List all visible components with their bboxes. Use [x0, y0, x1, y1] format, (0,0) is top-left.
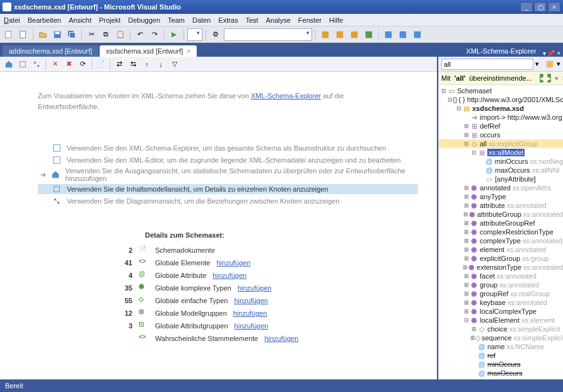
- add-link[interactable]: hinzufügen: [234, 297, 268, 304]
- tree-node[interactable]: ⊞ ⬣ localComplexType: [439, 307, 563, 316]
- tree-toggle[interactable]: ⊞: [463, 202, 470, 209]
- tree-toggle[interactable]: ⊟: [463, 141, 470, 147]
- tree-toggle[interactable]: ⊟: [463, 317, 470, 323]
- next-result-button[interactable]: ▶: [547, 74, 551, 83]
- tb-ext-7[interactable]: [411, 28, 424, 41]
- tree-toggle[interactable]: ⊞: [463, 193, 470, 200]
- pin-icon[interactable]: ▾ 📌 ×: [543, 50, 560, 57]
- tree-node[interactable]: ▭ [anyAttribute]: [439, 175, 563, 183]
- tree-node[interactable]: ⊟ {} { } http://www.w3.org/2001/XMLSchem…: [439, 95, 563, 104]
- tree-toggle[interactable]: ⊞: [463, 185, 470, 191]
- tree-toggle[interactable]: ⊟: [440, 88, 447, 94]
- tree-toggle[interactable]: ⊞: [463, 246, 470, 253]
- save-all-button[interactable]: [66, 28, 78, 41]
- tb-ext-2[interactable]: [334, 28, 346, 41]
- refresh-button[interactable]: ⟳: [76, 58, 89, 71]
- tree-node[interactable]: @ minOccursxs:nonNeg: [439, 157, 563, 166]
- tree-toggle[interactable]: ⊞: [463, 132, 470, 138]
- tree-node[interactable]: ⊞ ⊞ occurs: [439, 130, 563, 139]
- tb-ext-4[interactable]: [363, 28, 375, 41]
- tree-node[interactable]: ⊞ ⬣ attributeGroupxs:annotated: [439, 210, 563, 219]
- zoom-ltr-button[interactable]: ⇄: [113, 58, 125, 71]
- task-explorer[interactable]: Verwenden Sie den XML-Schema-Explorer, u…: [38, 143, 418, 153]
- explorer-tab-label[interactable]: XML-Schema-Explorer: [461, 45, 541, 57]
- tree-toggle[interactable]: ⊟: [448, 96, 453, 103]
- task-contentmodel[interactable]: Verwenden Sie die Inhaltsmodellansicht, …: [38, 184, 418, 194]
- sort-desc-button[interactable]: ↓: [154, 58, 167, 71]
- copy-button[interactable]: ⧉: [100, 28, 112, 41]
- explorer-view-button[interactable]: [545, 58, 555, 71]
- find-combo[interactable]: [224, 28, 312, 41]
- tree-node[interactable]: ⊞ ◇ sequencexs:simpleExplicit: [439, 333, 563, 342]
- clear-button[interactable]: ✖: [62, 58, 75, 71]
- tb-ext-1[interactable]: [319, 28, 332, 41]
- delete-button[interactable]: ✕: [49, 58, 61, 71]
- tree-node[interactable]: @ namexs:NCName: [439, 342, 563, 351]
- search-options-button[interactable]: ▾: [535, 58, 540, 71]
- xml-schema-explorer-link[interactable]: XML-Schema-Explorer: [251, 92, 321, 100]
- menu-daten[interactable]: Daten: [192, 16, 211, 24]
- tree-node[interactable]: ⊟ ⬣ localElementxs:element: [439, 316, 563, 325]
- doc-button[interactable]: 📄: [95, 58, 107, 71]
- tree-node[interactable]: ⊞ ⊞ defRef: [439, 122, 563, 130]
- sort-asc-button[interactable]: ↑: [141, 58, 153, 71]
- menu-fenster[interactable]: Fenster: [298, 16, 322, 24]
- task-diagram[interactable]: Verwenden Sie die Diagrammansicht, um di…: [38, 196, 418, 206]
- tree-node[interactable]: ⊟ ▭ Schemaset: [439, 86, 563, 95]
- menu-bearbeiten[interactable]: Bearbeiten: [28, 16, 61, 24]
- add-link[interactable]: hinzufügen: [264, 335, 298, 342]
- tree-toggle[interactable]: ⊞: [470, 326, 477, 332]
- close-tab-icon[interactable]: ×: [187, 48, 190, 55]
- tb-ext-5[interactable]: [382, 28, 395, 41]
- tree-toggle[interactable]: ⊞: [463, 220, 470, 226]
- explorer-search-input[interactable]: [441, 59, 533, 70]
- tree-node[interactable]: ⊞ ⬣ annotatedxs:openAttrs: [439, 183, 563, 192]
- menu-datei[interactable]: DDateiatei: [4, 16, 20, 24]
- tree-node[interactable]: @ maxOccursxs:allNNI: [439, 166, 563, 175]
- tree-node[interactable]: @ maxOccurs: [439, 369, 563, 378]
- add-link[interactable]: hinzufügen: [235, 322, 269, 330]
- tree-node[interactable]: ⊞ ⬣ facetxs:annotated: [439, 272, 563, 280]
- redo-button[interactable]: ↷: [148, 28, 161, 41]
- menu-extras[interactable]: Extras: [218, 16, 238, 24]
- cut-button[interactable]: ✂: [85, 28, 98, 41]
- config-combo[interactable]: [187, 28, 202, 41]
- menu-team[interactable]: Team: [168, 16, 185, 24]
- run-button[interactable]: ▶: [168, 28, 180, 41]
- tree-node[interactable]: ⊞ ⬣ anyType: [439, 192, 563, 201]
- explorer-options-button[interactable]: ▾: [556, 58, 561, 71]
- tree-toggle[interactable]: ⊞: [463, 238, 470, 244]
- tb-ext-6[interactable]: [397, 28, 409, 41]
- new-item-button[interactable]: [17, 28, 30, 41]
- tree-toggle[interactable]: ⊟: [455, 105, 462, 112]
- minimize-button[interactable]: _: [520, 2, 533, 12]
- tree-node[interactable]: ⊞ ⬣ extensionTypexs:annotated: [439, 263, 563, 272]
- paste-button[interactable]: 📋: [114, 28, 127, 41]
- add-link[interactable]: hinzufügen: [216, 259, 250, 267]
- task-editor[interactable]: Verwenden Sie den XML-Editor, um die zug…: [38, 155, 418, 165]
- add-link[interactable]: hinzufügen: [238, 284, 272, 292]
- tree-node[interactable]: ⊟ ▤ xsdschema.xsd: [439, 104, 563, 113]
- save-button[interactable]: [51, 28, 64, 41]
- tree-toggle[interactable]: ⊞: [463, 291, 470, 297]
- tool-button[interactable]: ⚙: [209, 28, 222, 41]
- tab-xsdschema[interactable]: xsdschema.xsd [Entwurf]×: [100, 45, 197, 57]
- zoom-rtl-button[interactable]: ⇆: [127, 58, 139, 71]
- menu-ansicht[interactable]: Ansicht: [69, 16, 91, 24]
- open-button[interactable]: [37, 28, 49, 41]
- tree-node[interactable]: ⊟ ⊞ xs:allModel: [439, 148, 563, 157]
- view-content-button[interactable]: [16, 58, 29, 71]
- filter-button[interactable]: ▽: [168, 58, 181, 71]
- tree-toggle[interactable]: ⊞: [463, 255, 470, 262]
- tree-node[interactable]: @ ref: [439, 351, 563, 360]
- tab-addinschema[interactable]: addinschema.xsd [Entwurf]: [3, 45, 98, 57]
- tree-node[interactable]: ⊞ ⬣ complexRestrictionType: [439, 228, 563, 236]
- tree-toggle[interactable]: ⊞: [470, 335, 475, 341]
- tree-node[interactable]: ⊞ ⬣ attributeGroupRef: [439, 219, 563, 228]
- undo-button[interactable]: ↶: [134, 28, 146, 41]
- tree-toggle[interactable]: ⊞: [463, 299, 470, 306]
- task-startview[interactable]: ➔Verwenden Sie die Ausgangsansicht, um s…: [38, 167, 418, 182]
- new-project-button[interactable]: [3, 28, 15, 41]
- menu-test[interactable]: Test: [245, 16, 258, 24]
- tree-toggle[interactable]: ⊞: [463, 264, 468, 270]
